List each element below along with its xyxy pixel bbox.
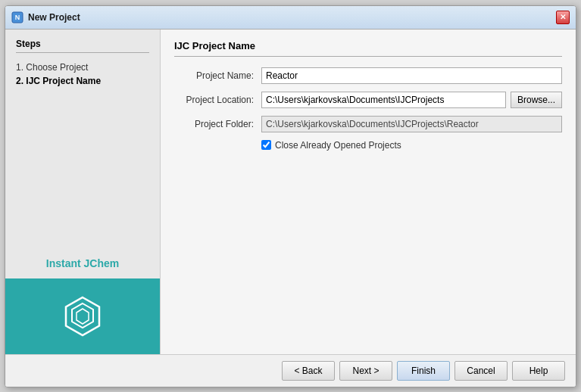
close-projects-label: Close Already Opened Projects — [275, 140, 401, 151]
main-content: IJC Project Name Project Name: Project L… — [161, 30, 576, 354]
step-1-label: Choose Project — [26, 62, 88, 73]
back-button[interactable]: < Back — [282, 361, 335, 381]
next-button[interactable]: Next > — [339, 361, 392, 381]
footer: < Back Next > Finish Cancel Help — [5, 354, 576, 387]
browse-button[interactable]: Browse... — [511, 92, 562, 108]
step-2: 2. IJC Project Name — [16, 74, 149, 88]
project-folder-input — [261, 116, 562, 132]
sidebar-steps: Steps 1. Choose Project 2. IJC Project N… — [5, 30, 160, 248]
sidebar-logo — [5, 278, 160, 354]
svg-marker-4 — [77, 309, 89, 324]
content-area: Steps 1. Choose Project 2. IJC Project N… — [5, 30, 576, 354]
hex-logo-icon — [60, 294, 105, 339]
finish-button[interactable]: Finish — [397, 361, 450, 381]
close-button[interactable]: ✕ — [556, 11, 570, 24]
project-folder-row: Project Folder: — [174, 116, 562, 132]
brand-label: Instant JChem — [5, 248, 160, 278]
section-title: IJC Project Name — [174, 40, 562, 57]
project-name-label: Project Name: — [174, 70, 261, 81]
step-2-number: 2. — [16, 76, 23, 86]
project-name-row: Project Name: — [174, 67, 562, 84]
dialog-title: New Project — [28, 12, 80, 23]
project-name-input[interactable] — [261, 67, 562, 84]
project-location-row: Project Location: Browse... — [174, 92, 562, 108]
help-button[interactable]: Help — [512, 361, 565, 381]
sidebar: Steps 1. Choose Project 2. IJC Project N… — [5, 30, 161, 354]
step-1: 1. Choose Project — [16, 61, 149, 74]
project-folder-label: Project Folder: — [174, 119, 261, 129]
svg-text:N: N — [15, 14, 20, 21]
checkbox-row: Close Already Opened Projects — [261, 140, 562, 151]
steps-title: Steps — [16, 39, 149, 53]
new-project-dialog: N New Project ✕ Steps 1. Choose Project … — [5, 5, 576, 387]
step-1-number: 1. — [16, 62, 23, 73]
title-bar: N New Project ✕ — [5, 6, 576, 30]
project-location-input[interactable] — [261, 92, 506, 108]
close-projects-checkbox[interactable] — [261, 140, 271, 150]
cancel-button[interactable]: Cancel — [454, 361, 508, 381]
dialog-icon: N — [11, 11, 23, 23]
title-bar-left: N New Project — [11, 11, 80, 23]
project-location-label: Project Location: — [174, 95, 261, 105]
step-2-label: IJC Project Name — [26, 76, 101, 86]
